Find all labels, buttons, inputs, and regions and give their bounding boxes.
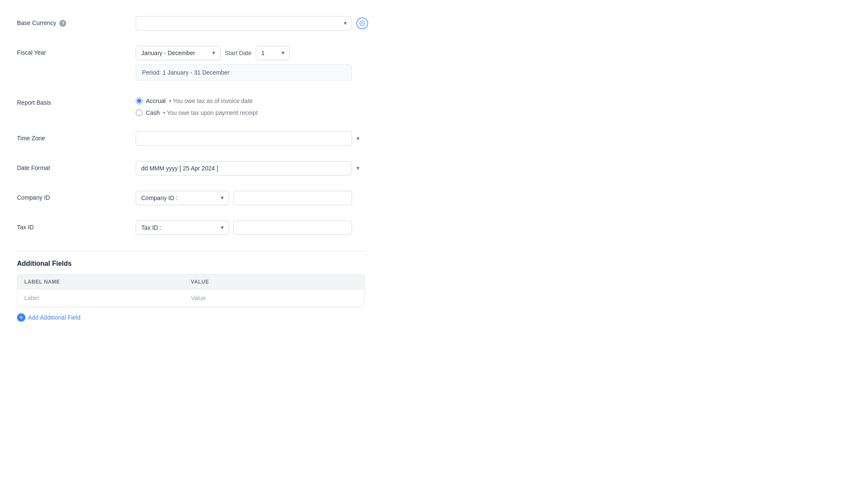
accrual-label: Accrual xyxy=(146,97,166,104)
add-field-plus-icon: + xyxy=(17,313,25,322)
additional-fields-title: Additional Fields xyxy=(17,260,365,267)
base-currency-row: Base Currency ? ▼ xyxy=(17,8,365,38)
start-day-select[interactable]: 1 2 3 xyxy=(256,46,290,60)
company-id-input[interactable] xyxy=(233,191,352,205)
base-currency-select[interactable] xyxy=(136,16,352,31)
date-format-select-wrapper: dd MMM yyyy [ 25 Apr 2024 ] MM/dd/yyyy d… xyxy=(136,161,365,175)
table-row: Label Value xyxy=(17,290,364,307)
add-additional-field-label: Add Additional Field xyxy=(28,314,81,321)
base-currency-controls: ▼ xyxy=(136,16,368,31)
accrual-radio[interactable] xyxy=(136,97,143,104)
tax-id-label: Tax ID xyxy=(17,220,136,231)
timezone-select-wrapper: ▼ xyxy=(136,131,365,146)
additional-fields-section: Additional Fields LABEL NAME VALUE Label… xyxy=(17,260,365,322)
period-display: Period: 1 January - 31 December xyxy=(136,64,352,81)
tax-id-row: Tax ID Tax ID : VAT GST HST ▼ xyxy=(17,213,365,242)
company-id-label: Company ID xyxy=(17,191,136,201)
tax-id-input[interactable] xyxy=(233,220,352,235)
tax-id-select-wrapper: Tax ID : VAT GST HST ▼ xyxy=(136,220,229,235)
start-day-select-wrapper: 1 2 3 ▼ xyxy=(256,46,290,60)
timezone-row: Time Zone ▼ xyxy=(17,124,365,153)
fiscal-year-row: Fiscal Year January - December April - M… xyxy=(17,38,365,88)
help-icon[interactable]: ? xyxy=(59,20,66,27)
cash-label: Cash xyxy=(146,109,160,116)
base-currency-select-wrapper: ▼ xyxy=(136,16,352,31)
base-currency-text: Base Currency xyxy=(17,19,56,26)
value-column-header: VALUE xyxy=(191,279,358,285)
fiscal-year-selects-row: January - December April - March July - … xyxy=(136,46,365,60)
timezone-select[interactable] xyxy=(136,131,352,146)
report-basis-row: Report Basis Accrual • You owe tax as of… xyxy=(17,88,365,124)
date-format-controls: dd MMM yyyy [ 25 Apr 2024 ] MM/dd/yyyy d… xyxy=(136,161,365,175)
svg-point-0 xyxy=(361,22,363,24)
fiscal-period-select-wrapper: January - December April - March July - … xyxy=(136,46,221,60)
date-format-label: Date Format xyxy=(17,161,136,171)
base-currency-input-row: ▼ xyxy=(136,16,368,31)
fiscal-year-label: Fiscal Year xyxy=(17,46,136,56)
timezone-chevron-icon: ▼ xyxy=(355,136,361,142)
start-date-label: Start Date xyxy=(225,50,252,56)
cash-desc: • You owe tax upon payment receipt xyxy=(163,109,258,116)
label-name-column-header: LABEL NAME xyxy=(24,279,191,285)
base-currency-label: Base Currency ? xyxy=(17,16,136,27)
table-cell-label: Label xyxy=(24,295,191,301)
timezone-label: Time Zone xyxy=(17,131,136,142)
company-id-input-row: Company ID : EIN SSN ABN ▼ xyxy=(136,191,365,205)
gear-icon[interactable] xyxy=(356,17,368,29)
timezone-controls: ▼ xyxy=(136,131,365,146)
company-id-row: Company ID Company ID : EIN SSN ABN ▼ xyxy=(17,183,365,213)
tax-id-type-select[interactable]: Tax ID : VAT GST HST xyxy=(136,220,229,235)
table-cell-value: Value xyxy=(191,295,358,301)
report-basis-controls: Accrual • You owe tax as of invoice date… xyxy=(136,96,365,116)
fiscal-period-select[interactable]: January - December April - March July - … xyxy=(136,46,221,60)
company-id-type-select[interactable]: Company ID : EIN SSN ABN xyxy=(136,191,229,205)
additional-fields-table: LABEL NAME VALUE Label Value xyxy=(17,274,365,307)
section-divider xyxy=(17,251,365,251)
cash-radio[interactable] xyxy=(136,109,143,116)
table-header: LABEL NAME VALUE xyxy=(17,275,364,290)
company-id-select-wrapper: Company ID : EIN SSN ABN ▼ xyxy=(136,191,229,205)
accrual-radio-option[interactable]: Accrual • You owe tax as of invoice date xyxy=(136,97,365,104)
add-additional-field-button[interactable]: + Add Additional Field xyxy=(17,313,81,322)
date-format-select[interactable]: dd MMM yyyy [ 25 Apr 2024 ] MM/dd/yyyy d… xyxy=(136,161,352,175)
report-basis-label: Report Basis xyxy=(17,96,136,106)
cash-radio-option[interactable]: Cash • You owe tax upon payment receipt xyxy=(136,109,365,116)
fiscal-year-controls: January - December April - March July - … xyxy=(136,46,365,81)
date-format-chevron-icon: ▼ xyxy=(355,165,361,171)
tax-id-controls: Tax ID : VAT GST HST ▼ xyxy=(136,220,365,235)
company-id-controls: Company ID : EIN SSN ABN ▼ xyxy=(136,191,365,205)
tax-id-input-row: Tax ID : VAT GST HST ▼ xyxy=(136,220,365,235)
date-format-row: Date Format dd MMM yyyy [ 25 Apr 2024 ] … xyxy=(17,153,365,183)
accrual-desc: • You owe tax as of invoice date xyxy=(169,97,253,104)
report-basis-radio-group: Accrual • You owe tax as of invoice date… xyxy=(136,96,365,116)
